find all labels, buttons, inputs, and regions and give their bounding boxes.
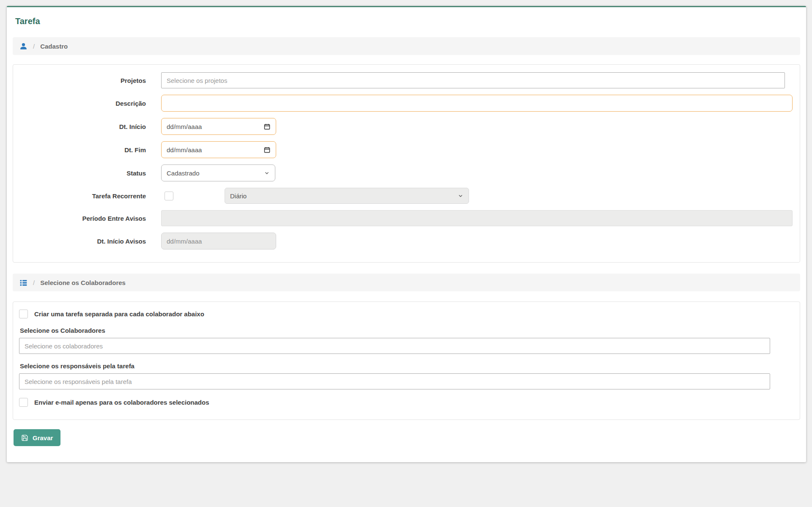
dt-inicio-date-value: dd/mm/aaaa (167, 123, 202, 130)
chevron-down-icon (264, 170, 270, 176)
task-card: Tarefa / Cadastro Projetos Descrição Dt.… (7, 6, 806, 462)
email-only-checkbox[interactable] (19, 398, 28, 407)
projetos-input[interactable] (161, 72, 785, 88)
status-select[interactable]: Cadastrado (161, 164, 275, 181)
page-title: Tarefa (15, 16, 800, 26)
collaborators-panel: Criar uma tarefa separada para cada cola… (13, 301, 800, 420)
list-icon (19, 279, 27, 287)
dt-inicio-date-input[interactable]: dd/mm/aaaa (161, 118, 276, 135)
dt-inicio-avisos-date-value: dd/mm/aaaa (167, 238, 202, 245)
save-button[interactable]: Gravar (14, 429, 60, 446)
form-row-tarefa-recorrente: Tarefa Recorrente Diário (13, 188, 793, 204)
tarefa-recorrente-label: Tarefa Recorrente (13, 192, 146, 200)
breadcrumb-label: Cadastro (40, 43, 68, 50)
responsible-input-label: Selecione os responsáveis pela tarefa (20, 362, 794, 370)
dt-inicio-avisos-date-input: dd/mm/aaaa (161, 233, 276, 249)
descricao-input[interactable] (161, 95, 793, 112)
status-selected-value: Cadastrado (167, 170, 200, 177)
form-row-projetos: Projetos (13, 72, 793, 88)
form-row-dt-inicio: Dt. Início dd/mm/aaaa (13, 118, 793, 135)
tarefa-recorrente-checkbox[interactable] (165, 192, 173, 200)
separate-task-label: Criar uma tarefa separada para cada cola… (34, 310, 204, 318)
separate-task-checkbox[interactable] (19, 310, 28, 318)
dt-fim-label: Dt. Fim (13, 146, 146, 153)
recurrence-selected-value: Diário (230, 192, 247, 200)
save-icon (21, 434, 28, 441)
separate-task-row: Criar uma tarefa separada para cada cola… (19, 310, 794, 318)
periodo-entre-avisos-label: Período Entre Avisos (13, 215, 146, 222)
section-separator: / (33, 279, 35, 286)
email-only-row: Enviar e-mail apenas para os colaborador… (19, 398, 794, 407)
dt-fim-date-input[interactable]: dd/mm/aaaa (161, 141, 276, 158)
calendar-icon[interactable] (263, 123, 271, 130)
collaborators-section-header: / Selecione os Colaboradores (13, 274, 800, 291)
responsible-input[interactable] (19, 373, 770, 389)
projetos-label: Projetos (13, 77, 146, 84)
section-label: Selecione os Colaboradores (40, 279, 126, 286)
dt-fim-date-value: dd/mm/aaaa (167, 146, 202, 153)
email-only-label: Enviar e-mail apenas para os colaborador… (34, 399, 209, 406)
calendar-icon[interactable] (263, 146, 271, 153)
periodo-entre-avisos-input (161, 210, 793, 226)
chevron-down-icon (458, 193, 464, 199)
form-row-dt-inicio-avisos: Dt. Início Avisos dd/mm/aaaa (13, 233, 793, 249)
dt-inicio-label: Dt. Início (13, 123, 146, 130)
breadcrumb-separator: / (33, 43, 35, 50)
form-row-periodo-avisos: Período Entre Avisos (13, 210, 793, 226)
recurrence-select[interactable]: Diário (225, 188, 469, 204)
form-row-descricao: Descrição (13, 95, 793, 112)
user-icon (19, 42, 27, 50)
save-button-label: Gravar (33, 434, 53, 441)
descricao-label: Descrição (13, 100, 146, 107)
dt-inicio-avisos-label: Dt. Início Avisos (13, 238, 146, 245)
form-row-status: Status Cadastrado (13, 164, 793, 181)
breadcrumb: / Cadastro (13, 37, 800, 55)
form-row-dt-fim: Dt. Fim dd/mm/aaaa (13, 141, 793, 158)
task-form-panel: Projetos Descrição Dt. Início dd/mm/aaaa (13, 64, 800, 263)
collaborators-input-label: Selecione os Colaboradores (20, 327, 794, 334)
collaborators-input[interactable] (19, 338, 770, 354)
status-label: Status (13, 170, 146, 177)
